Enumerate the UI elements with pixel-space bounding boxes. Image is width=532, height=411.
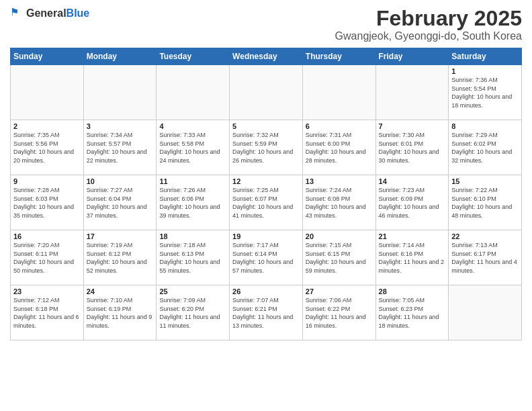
day-number: 24 (87, 287, 154, 295)
table-row (157, 65, 230, 120)
day-info: Sunrise: 7:17 AM Sunset: 6:14 PM Dayligh… (232, 241, 300, 275)
day-number: 26 (232, 287, 300, 295)
day-info: Sunrise: 7:34 AM Sunset: 5:57 PM Dayligh… (87, 131, 154, 165)
day-number: 17 (87, 232, 154, 240)
table-row: 20Sunrise: 7:15 AM Sunset: 6:15 PM Dayli… (302, 230, 375, 285)
calendar-week-row: 1Sunrise: 7:36 AM Sunset: 5:54 PM Daylig… (11, 65, 522, 120)
table-row: 27Sunrise: 7:06 AM Sunset: 6:22 PM Dayli… (302, 285, 375, 340)
table-row: 25Sunrise: 7:09 AM Sunset: 6:20 PM Dayli… (157, 285, 230, 340)
table-row (449, 285, 522, 340)
day-number: 12 (232, 177, 300, 185)
day-info: Sunrise: 7:06 AM Sunset: 6:22 PM Dayligh… (306, 296, 373, 330)
day-info: Sunrise: 7:07 AM Sunset: 6:21 PM Dayligh… (232, 296, 300, 330)
col-monday: Monday (83, 48, 157, 65)
day-number: 3 (87, 122, 154, 130)
day-number: 14 (379, 177, 446, 185)
day-number: 13 (306, 177, 373, 185)
day-info: Sunrise: 7:35 AM Sunset: 5:56 PM Dayligh… (13, 131, 81, 165)
day-number: 1 (451, 67, 519, 75)
col-thursday: Thursday (302, 48, 375, 65)
col-saturday: Saturday (449, 48, 522, 65)
col-sunday: Sunday (11, 48, 84, 65)
logo-text: GeneralBlue (26, 7, 89, 19)
day-number: 25 (159, 287, 226, 295)
col-wednesday: Wednesday (230, 48, 303, 65)
day-number: 16 (13, 232, 81, 240)
day-info: Sunrise: 7:25 AM Sunset: 6:07 PM Dayligh… (232, 186, 300, 220)
day-info: Sunrise: 7:29 AM Sunset: 6:02 PM Dayligh… (451, 131, 519, 165)
table-row: 11Sunrise: 7:26 AM Sunset: 6:06 PM Dayli… (157, 175, 230, 230)
day-info: Sunrise: 7:31 AM Sunset: 6:00 PM Dayligh… (306, 131, 373, 165)
day-number: 6 (306, 122, 373, 130)
table-row: 24Sunrise: 7:10 AM Sunset: 6:19 PM Dayli… (83, 285, 157, 340)
day-number: 22 (451, 232, 519, 240)
table-row (302, 65, 375, 120)
day-info: Sunrise: 7:30 AM Sunset: 6:01 PM Dayligh… (379, 131, 446, 165)
table-row: 26Sunrise: 7:07 AM Sunset: 6:21 PM Dayli… (230, 285, 303, 340)
day-number: 5 (232, 122, 300, 130)
day-number: 15 (451, 177, 519, 185)
table-row: 3Sunrise: 7:34 AM Sunset: 5:57 PM Daylig… (83, 120, 157, 175)
table-row: 12Sunrise: 7:25 AM Sunset: 6:07 PM Dayli… (230, 175, 303, 230)
table-row: 9Sunrise: 7:28 AM Sunset: 6:03 PM Daylig… (11, 175, 84, 230)
day-info: Sunrise: 7:22 AM Sunset: 6:10 PM Dayligh… (451, 186, 519, 220)
calendar-week-row: 9Sunrise: 7:28 AM Sunset: 6:03 PM Daylig… (11, 175, 522, 230)
table-row: 7Sunrise: 7:30 AM Sunset: 6:01 PM Daylig… (375, 120, 449, 175)
svg-text:⚑: ⚑ (10, 7, 19, 17)
logo-icon: ⚑ (10, 7, 24, 20)
day-number: 28 (379, 287, 446, 295)
logo: ⚑ GeneralBlue (10, 7, 89, 20)
day-info: Sunrise: 7:18 AM Sunset: 6:13 PM Dayligh… (159, 241, 226, 275)
table-row: 6Sunrise: 7:31 AM Sunset: 6:00 PM Daylig… (302, 120, 375, 175)
header: ⚑ GeneralBlue February 2025 Gwangjeok, G… (10, 7, 522, 42)
day-info: Sunrise: 7:09 AM Sunset: 6:20 PM Dayligh… (159, 296, 226, 330)
table-row (375, 65, 449, 120)
table-row: 22Sunrise: 7:13 AM Sunset: 6:17 PM Dayli… (449, 230, 522, 285)
day-info: Sunrise: 7:14 AM Sunset: 6:16 PM Dayligh… (379, 241, 446, 275)
day-number: 11 (159, 177, 226, 185)
day-info: Sunrise: 7:28 AM Sunset: 6:03 PM Dayligh… (13, 186, 81, 220)
day-number: 19 (232, 232, 300, 240)
day-number: 10 (87, 177, 154, 185)
day-number: 7 (379, 122, 446, 130)
table-row (83, 65, 157, 120)
calendar-week-row: 23Sunrise: 7:12 AM Sunset: 6:18 PM Dayli… (11, 285, 522, 340)
table-row: 4Sunrise: 7:33 AM Sunset: 5:58 PM Daylig… (157, 120, 230, 175)
day-info: Sunrise: 7:32 AM Sunset: 5:59 PM Dayligh… (232, 131, 300, 165)
day-info: Sunrise: 7:24 AM Sunset: 6:08 PM Dayligh… (306, 186, 373, 220)
day-info: Sunrise: 7:12 AM Sunset: 6:18 PM Dayligh… (13, 296, 81, 330)
day-info: Sunrise: 7:23 AM Sunset: 6:09 PM Dayligh… (379, 186, 446, 220)
table-row: 18Sunrise: 7:18 AM Sunset: 6:13 PM Dayli… (157, 230, 230, 285)
day-number: 18 (159, 232, 226, 240)
day-number: 20 (306, 232, 373, 240)
calendar-header-row: Sunday Monday Tuesday Wednesday Thursday… (11, 48, 522, 65)
table-row: 21Sunrise: 7:14 AM Sunset: 6:16 PM Dayli… (375, 230, 449, 285)
page-container: ⚑ GeneralBlue February 2025 Gwangjeok, G… (0, 0, 532, 344)
table-row: 15Sunrise: 7:22 AM Sunset: 6:10 PM Dayli… (449, 175, 522, 230)
table-row (230, 65, 303, 120)
table-row: 16Sunrise: 7:20 AM Sunset: 6:11 PM Dayli… (11, 230, 84, 285)
day-info: Sunrise: 7:05 AM Sunset: 6:23 PM Dayligh… (379, 296, 446, 330)
day-number: 23 (13, 287, 81, 295)
day-info: Sunrise: 7:26 AM Sunset: 6:06 PM Dayligh… (159, 186, 226, 220)
logo-general: GeneralBlue (26, 7, 89, 19)
col-tuesday: Tuesday (157, 48, 230, 65)
day-number: 21 (379, 232, 446, 240)
day-number: 27 (306, 287, 373, 295)
day-info: Sunrise: 7:13 AM Sunset: 6:17 PM Dayligh… (451, 241, 519, 275)
day-info: Sunrise: 7:10 AM Sunset: 6:19 PM Dayligh… (87, 296, 154, 330)
calendar-title: February 2025 (335, 7, 522, 30)
title-area: February 2025 Gwangjeok, Gyeonggi-do, So… (335, 7, 522, 42)
table-row: 8Sunrise: 7:29 AM Sunset: 6:02 PM Daylig… (449, 120, 522, 175)
table-row: 17Sunrise: 7:19 AM Sunset: 6:12 PM Dayli… (83, 230, 157, 285)
table-row: 19Sunrise: 7:17 AM Sunset: 6:14 PM Dayli… (230, 230, 303, 285)
table-row: 28Sunrise: 7:05 AM Sunset: 6:23 PM Dayli… (375, 285, 449, 340)
table-row: 2Sunrise: 7:35 AM Sunset: 5:56 PM Daylig… (11, 120, 84, 175)
day-info: Sunrise: 7:20 AM Sunset: 6:11 PM Dayligh… (13, 241, 81, 275)
day-info: Sunrise: 7:33 AM Sunset: 5:58 PM Dayligh… (159, 131, 226, 165)
table-row: 23Sunrise: 7:12 AM Sunset: 6:18 PM Dayli… (11, 285, 84, 340)
table-row: 1Sunrise: 7:36 AM Sunset: 5:54 PM Daylig… (449, 65, 522, 120)
table-row: 13Sunrise: 7:24 AM Sunset: 6:08 PM Dayli… (302, 175, 375, 230)
table-row: 5Sunrise: 7:32 AM Sunset: 5:59 PM Daylig… (230, 120, 303, 175)
table-row: 14Sunrise: 7:23 AM Sunset: 6:09 PM Dayli… (375, 175, 449, 230)
